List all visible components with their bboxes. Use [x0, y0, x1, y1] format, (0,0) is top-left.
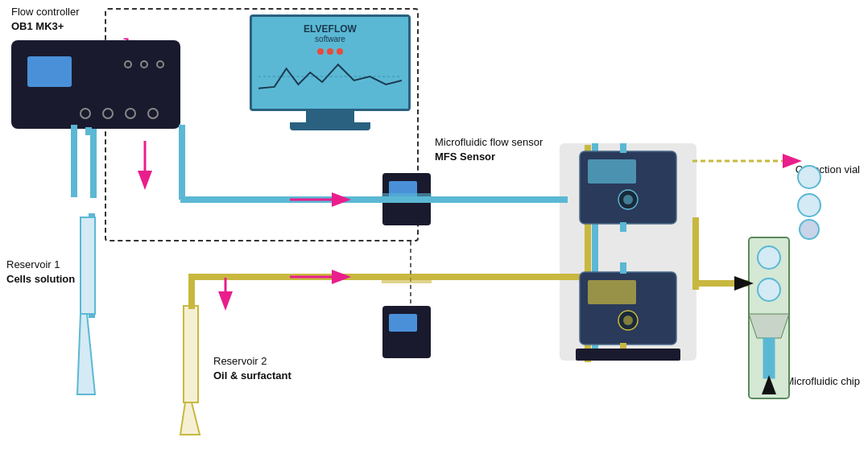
- fc-port-4: [147, 108, 159, 119]
- fc-dot-2: [140, 60, 148, 68]
- svg-point-18: [758, 246, 780, 269]
- svg-rect-5: [90, 129, 97, 198]
- svg-rect-42: [588, 159, 636, 184]
- monitor-brand: ELVEFLOW: [304, 23, 357, 35]
- svg-point-50: [623, 316, 633, 325]
- svg-rect-12: [188, 274, 195, 309]
- svg-rect-4: [181, 196, 568, 203]
- svg-point-26: [798, 194, 820, 217]
- fc-dot-1: [124, 60, 132, 68]
- svg-rect-15: [692, 280, 753, 287]
- flow-controller-device: [11, 40, 180, 129]
- svg-point-19: [758, 279, 780, 301]
- svg-rect-11: [184, 306, 198, 402]
- svg-point-27: [800, 220, 819, 239]
- monitor-screen: ELVEFLOW software: [250, 14, 411, 111]
- svg-rect-3: [81, 217, 95, 314]
- svg-rect-13: [188, 274, 591, 280]
- svg-rect-33: [179, 125, 184, 199]
- svg-rect-7: [431, 196, 568, 203]
- svg-rect-45: [620, 143, 626, 153]
- svg-rect-46: [620, 222, 626, 232]
- diagram-container: Flow controller OB1 MK3+ Microfluidic fl…: [0, 0, 868, 458]
- label-reservoir1: Reservoir 1 Cells solution: [6, 258, 75, 287]
- svg-rect-39: [382, 274, 432, 283]
- label-microfluidic-chip: Microfluidic chip: [786, 374, 860, 389]
- fc-port-1: [80, 108, 91, 119]
- label-flow-controller: Flow controller OB1 MK3+: [11, 5, 80, 34]
- fc-port-2: [102, 108, 114, 119]
- mfs-sensor-1: [382, 173, 431, 225]
- svg-point-44: [623, 195, 633, 204]
- svg-rect-21: [763, 338, 775, 378]
- svg-marker-2: [77, 314, 95, 394]
- monitor-base: [290, 122, 370, 130]
- label-collection-vial: Collection vial: [796, 163, 860, 177]
- monitor-controls: [317, 48, 343, 55]
- elveflow-monitor: ELVEFLOW software: [250, 14, 411, 135]
- svg-marker-20: [749, 314, 789, 338]
- fc-dot-3: [156, 60, 164, 68]
- svg-marker-10: [180, 402, 200, 435]
- mf-device-svg: [560, 143, 696, 361]
- svg-rect-53: [576, 349, 680, 361]
- monitor-subtitle: software: [315, 35, 345, 43]
- svg-rect-48: [588, 280, 636, 304]
- svg-rect-17: [749, 237, 789, 398]
- monitor-stand: [306, 111, 354, 122]
- monitor-dot-1: [317, 48, 324, 55]
- monitor-dot-3: [337, 48, 343, 55]
- mfs-screen-2: [389, 314, 417, 332]
- fc-port-3: [125, 108, 136, 119]
- svg-rect-34: [180, 196, 192, 203]
- fc-indicators: [124, 60, 164, 68]
- svg-rect-6: [71, 125, 77, 197]
- mfs-screen-1: [389, 181, 417, 199]
- svg-rect-51: [620, 262, 626, 274]
- label-mfs-sensor: Microfluidic flow sensor MFS Sensor: [435, 135, 543, 164]
- fc-ports: [80, 108, 159, 119]
- svg-rect-1: [89, 213, 95, 318]
- label-reservoir2: Reservoir 2 Oil & surfactant: [213, 354, 291, 383]
- monitor-graph: [258, 55, 402, 102]
- fc-screen: [27, 56, 72, 87]
- mfs-sensor-2: [382, 306, 431, 358]
- monitor-dot-2: [327, 48, 333, 55]
- svg-rect-40: [179, 125, 185, 200]
